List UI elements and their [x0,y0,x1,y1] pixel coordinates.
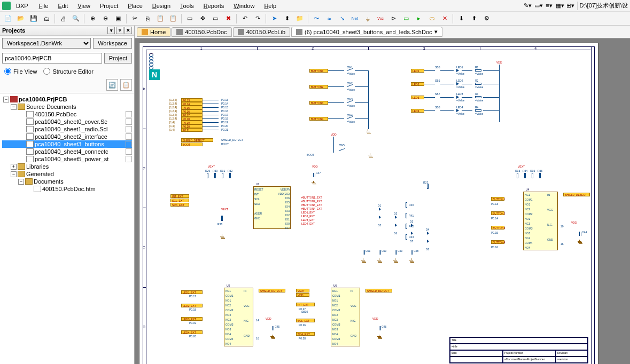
workspace-select[interactable]: Workspace1.DsnWrk [2,38,91,49]
tool-icon[interactable]: ▦▾ [556,2,564,10]
tree-toggle-icon[interactable]: − [11,104,17,110]
zoom-icon[interactable]: ⊕ [87,13,98,25]
redo-icon[interactable]: ↷ [252,13,263,25]
doc-icon [26,148,34,155]
tree-node[interactable]: pca10040_sheet1_radio.Scl [2,125,132,133]
bar-icon[interactable]: ≡▾ [545,2,554,10]
saveall-icon[interactable]: 🗂 [41,13,52,25]
tree-node[interactable]: 400150.PcbDoc.htm [2,185,132,193]
menu-reports[interactable]: Reports [199,2,229,10]
sch-element [440,70,454,71]
tree-toggle-icon[interactable]: − [11,171,17,177]
undo-icon[interactable]: ↶ [239,13,251,25]
save-icon[interactable]: 💾 [28,13,40,25]
tree-toggle-icon[interactable]: + [11,164,17,170]
sch-element: P0.15 [221,106,228,109]
annotate-icon[interactable]: ⬇ [455,13,467,25]
tree-node[interactable]: −Source Documents [2,103,132,110]
menu-design[interactable]: Design [148,2,175,10]
tree-node[interactable]: pca10040_sheet5_power_st [2,155,132,163]
clear-icon[interactable]: ✖ [222,13,234,25]
netlabel-icon[interactable]: Net [349,13,361,25]
sch-element: LED1_EXT [301,211,315,214]
file-view-radio[interactable]: File View [4,68,37,75]
menu-view[interactable]: View [73,2,95,10]
refresh-icon[interactable]: 🔄 [106,79,118,91]
sheet-icon[interactable]: ▭ [400,13,412,25]
sheetentry-icon[interactable]: ▸ [413,13,425,25]
noerc-icon[interactable]: ✕ [439,13,450,25]
paste-icon[interactable]: 📋 [154,13,166,25]
select-icon[interactable]: ▭ [184,13,196,25]
tree-node[interactable]: 400150.PcbDoc [2,110,132,118]
menu-window[interactable]: Window [229,2,259,10]
tree-node[interactable]: −pca10040.PrjPCB [2,96,132,103]
tree-node[interactable]: pca10040_sheet0_cover.Sc [2,118,132,125]
sch-element: GND [351,334,356,337]
document-tab[interactable]: 400150.PcbLib [233,27,290,37]
settings-icon[interactable]: 📋 [120,79,132,91]
vcc-icon[interactable]: Vcc [375,13,386,25]
document-tab[interactable]: (6) pca10040_sheet3_buttons_and_leds.Sch… [291,27,442,37]
panel-close-icon[interactable]: ✕ [125,27,132,34]
preview-icon[interactable]: 🔍 [70,13,82,25]
hierarchy-icon[interactable]: ⬍ [281,13,293,25]
copy-icon[interactable]: ⎘ [142,13,153,25]
sch-element: VEXT [208,165,215,168]
doc-icon[interactable]: ▭▾ [534,2,543,10]
bus-icon[interactable]: ≈ [323,13,335,25]
cut-icon[interactable]: ✂ [129,13,141,25]
schematic-viewport[interactable]: 1234 ABCD P0.13[1,2,4]P0.13P0.14[1,2,4]P… [135,38,630,364]
tree-node[interactable]: +Libraries [2,163,132,170]
menu-edit[interactable]: Edit [53,2,72,10]
sch-element: P0.16 [181,109,203,113]
app-name[interactable]: DXP [12,2,33,10]
menu-project[interactable]: Project [96,2,122,10]
move-icon[interactable]: ✥ [197,13,208,25]
project-input[interactable] [2,53,102,64]
port-icon[interactable]: ⬭ [426,13,438,25]
tree-node[interactable]: pca10040_sheet2_interface [2,133,132,140]
busentry-icon[interactable]: ↘ [336,13,348,25]
power-icon[interactable]: ⏚ [362,13,374,25]
grid-icon[interactable]: ⊞▾ [566,2,575,10]
panel-menu-icon[interactable]: ▾ [107,27,115,34]
compile-icon[interactable]: ⬆ [468,13,480,25]
tree-node[interactable]: pca10040_sheet4_connectc [2,148,132,155]
cursor-icon[interactable]: ➤ [268,13,280,25]
sch-element: P0.21 [181,128,203,132]
open-icon[interactable]: 📂 [15,13,27,25]
part-icon[interactable]: ⊳ [387,13,399,25]
zoomout-icon[interactable]: ⊖ [99,13,111,25]
tree-node[interactable]: pca10040_sheet3_buttons_ [2,140,132,148]
menu-tools[interactable]: Tools [176,2,198,10]
fit-icon[interactable]: ▣ [112,13,124,25]
browse-icon[interactable]: 📁 [294,13,306,25]
new-doc-icon[interactable]: 📄 [2,13,14,25]
folder-icon [25,178,33,185]
sch-element: LED4_EXT [181,330,203,334]
wire-icon[interactable]: 〜 [310,13,322,25]
design-icon[interactable]: ⚙ [481,13,493,25]
project-button[interactable]: Project [104,53,132,64]
pencil-icon[interactable]: ✎▾ [524,2,532,10]
project-tree[interactable]: −pca10040.PrjPCB−Source Documents400150.… [0,93,134,364]
tree-toggle-icon[interactable]: − [3,97,9,102]
deselect-icon[interactable]: ▭ [209,13,221,25]
tree-toggle-icon[interactable]: − [18,179,24,185]
tree-node[interactable]: −Documents [2,178,132,185]
menu-file[interactable]: File [35,2,53,10]
print-icon[interactable]: 🖨 [57,13,69,25]
tree-node[interactable]: −Generated [2,170,132,178]
home-tab[interactable]: Home [137,27,170,37]
tab-dropdown-icon[interactable]: ▾ [434,28,438,35]
workspace-button[interactable]: Workspace [93,38,132,49]
structure-editor-radio[interactable]: Structure Editor [43,68,93,75]
document-tab[interactable]: 400150.PcbDoc [172,27,231,37]
sch-element: IO1 [275,218,290,221]
doc-icon [26,141,34,147]
menu-help[interactable]: Help [260,2,281,10]
panel-pin-icon[interactable]: ▿ [116,27,123,34]
paste2-icon[interactable]: 📋 [167,13,179,25]
menu-place[interactable]: Place [123,2,147,10]
